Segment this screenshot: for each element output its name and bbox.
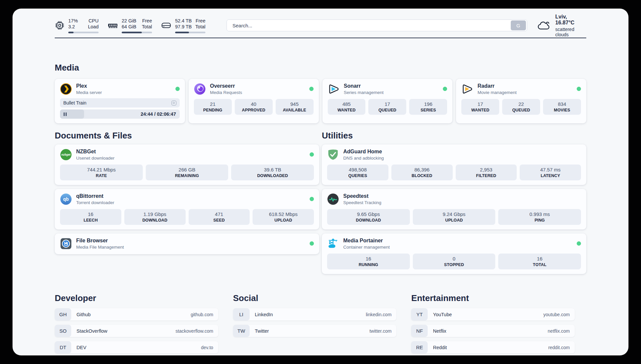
search-input[interactable] <box>227 23 511 28</box>
portainer-icon <box>327 238 339 250</box>
player-progress-row: 24:44 / 02:06:47 <box>60 109 180 119</box>
media-cards-row: Plex Media server Bullet Train 24:44 / 0… <box>55 79 586 123</box>
section-title-documents: Documents & Files <box>55 131 319 140</box>
memory-widget: 22 GiB 64 GiB Free Total <box>107 18 152 33</box>
cpu-labels: CPU Load <box>88 18 99 30</box>
memory-labels: Free Total <box>142 18 152 30</box>
service-card-qbittorrent: qb qBittorrent Torrent downloader 16 LEE… <box>55 189 319 229</box>
search-bar: G <box>227 19 527 31</box>
weather-widget: Lviv, 16.87°C scattered clouds <box>537 14 586 37</box>
service-link-adguard[interactable]: AdGuard Home DNS and adblocking <box>327 148 581 161</box>
utilities-column: Utilities AdGuard Home DNS and a <box>322 131 586 278</box>
status-dot <box>175 87 180 91</box>
stat-upload: 618.52 Mbps UPLOAD <box>253 209 314 225</box>
service-link-overseerr[interactable]: Overseerr Media Requests <box>194 83 314 95</box>
service-link-plex[interactable]: Plex Media server <box>60 83 180 95</box>
status-dot <box>577 87 581 91</box>
radarr-icon <box>461 83 473 95</box>
svg-text:nzbget: nzbget <box>61 153 71 156</box>
svg-text:qb: qb <box>63 197 69 202</box>
section-title-social: Social <box>233 293 397 303</box>
status-dot <box>310 197 314 201</box>
stat-seed: 471 SEED <box>189 209 250 225</box>
section-title-media: Media <box>55 63 586 73</box>
stat-remaining: 266 GB REMAINING <box>146 165 229 180</box>
section-title-developer: Developer <box>55 293 218 303</box>
now-playing-title: Bullet Train <box>63 100 86 106</box>
service-link-speedtest[interactable]: Speedtest Speedtest Tracking <box>327 193 581 205</box>
stat-movies: 834 MOVIES <box>543 99 581 115</box>
bookmark-linkedin[interactable]: LI LinkedIn linkedin.com <box>233 308 397 320</box>
player-time: 24:44 / 02:06:47 <box>141 111 180 117</box>
bookmark-twitter[interactable]: TW Twitter twitter.com <box>233 325 397 337</box>
status-dot <box>310 241 314 246</box>
pause-icon <box>64 112 67 116</box>
status-dot <box>577 241 581 246</box>
cloud-icon <box>537 19 551 31</box>
disk-widget: 52.4 TB 97.9 TB Free Total <box>161 18 205 33</box>
stat-latency: 47.57 ms LATENCY <box>520 165 581 180</box>
sonarr-icon <box>328 83 340 95</box>
search-provider-button[interactable]: G <box>511 20 526 30</box>
stat-queued: 17 QUEUED <box>368 99 406 115</box>
service-card-speedtest: Speedtest Speedtest Tracking 9.65 Gbps D… <box>322 189 586 229</box>
stat-leech: 16 LEECH <box>60 209 121 225</box>
stat-upload: 9.24 Gbps UPLOAD <box>413 209 496 225</box>
bookmark-dev[interactable]: DT DEV dev.to <box>55 341 218 353</box>
bookmark-youtube[interactable]: YT YouTube youtube.com <box>411 308 575 320</box>
bookmark-github[interactable]: GH Github github.com <box>55 308 218 320</box>
service-link-qbittorrent[interactable]: qb qBittorrent Torrent downloader <box>60 193 314 205</box>
service-link-radarr[interactable]: Radarr Movie management <box>461 83 581 95</box>
stat-pending: 21 PENDING <box>194 99 232 115</box>
documents-column: Documents & Files nzbget NZBGet Usenet d… <box>55 131 319 278</box>
qbittorrent-icon: qb <box>60 193 72 205</box>
service-card-sonarr: Sonarr Series management 485 WANTED 17 Q… <box>322 79 453 123</box>
section-title-entertainment: Entertainment <box>411 293 575 303</box>
service-card-nzbget: nzbget NZBGet Usenet downloader 744.21 M… <box>55 144 319 185</box>
disk-progress-bar <box>175 32 205 33</box>
service-card-portainer: Media Portainer Container management 16 … <box>322 233 586 274</box>
stat-available: 945 AVAILABLE <box>276 99 314 115</box>
service-link-portainer[interactable]: Media Portainer Container management <box>327 237 581 250</box>
plex-icon <box>60 83 72 95</box>
memory-values: 22 GiB 64 GiB <box>122 18 136 30</box>
nzbget-icon: nzbget <box>60 149 72 161</box>
stat-wanted: 485 WANTED <box>328 99 366 115</box>
stat-ping: 0.993 ms PING <box>498 209 581 225</box>
stat-wanted: 17 WANTED <box>461 99 499 115</box>
header-divider <box>55 38 586 38</box>
cpu-widget: 17% 3.2 CPU Load <box>55 18 99 33</box>
stat-filtered: 2,953 FILTERED <box>456 165 517 180</box>
bookmark-stackoverflow[interactable]: SO StackOverflow stackoverflow.com <box>55 325 218 337</box>
top-bar: 17% 3.2 CPU Load <box>55 9 586 35</box>
stat-running: 16 RUNNING <box>327 254 410 269</box>
bookmarks-social: Social LI LinkedIn linkedin.com TW Twitt… <box>233 293 397 355</box>
camera-icon <box>171 101 176 106</box>
stat-stopped: 0 STOPPED <box>413 254 496 269</box>
bookmark-netflix[interactable]: NF Netflix netflix.com <box>411 325 575 337</box>
service-link-sonarr[interactable]: Sonarr Series management <box>328 83 447 95</box>
cpu-progress-bar <box>68 32 99 33</box>
speedtest-icon <box>327 193 339 205</box>
memory-icon <box>107 20 118 30</box>
service-link-nzbget[interactable]: nzbget NZBGet Usenet downloader <box>60 148 314 161</box>
filebrowser-icon <box>60 238 72 250</box>
stat-downloaded: 39.6 TB DOWNLOADED <box>231 165 314 180</box>
adguard-icon <box>327 149 339 161</box>
cpu-icon <box>55 20 65 30</box>
memory-progress-bar <box>122 32 152 33</box>
bookmarks-entertainment: Entertainment YT YouTube youtube.com NF … <box>411 293 575 355</box>
disk-values: 52.4 TB 97.9 TB <box>175 18 192 30</box>
stat-approved: 40 APPROVED <box>235 99 273 115</box>
stat-rate: 744.21 Mbps RATE <box>60 165 143 180</box>
section-title-utilities: Utilities <box>322 131 586 140</box>
bookmarks-developer: Developer GH Github github.com SO StackO… <box>55 293 218 355</box>
stat-download: 9.65 Gbps DOWNLOAD <box>327 209 410 225</box>
service-link-filebrowser[interactable]: File Browser Media File Management <box>60 237 314 250</box>
disk-labels: Free Total <box>195 18 205 30</box>
status-dot <box>443 87 447 91</box>
service-card-plex: Plex Media server Bullet Train 24:44 / 0… <box>55 79 185 123</box>
service-card-radarr: Radarr Movie management 17 WANTED 22 QUE… <box>456 79 586 123</box>
stat-series: 196 SERIES <box>409 99 447 115</box>
bookmark-reddit[interactable]: RE Reddit reddit.com <box>411 341 575 353</box>
